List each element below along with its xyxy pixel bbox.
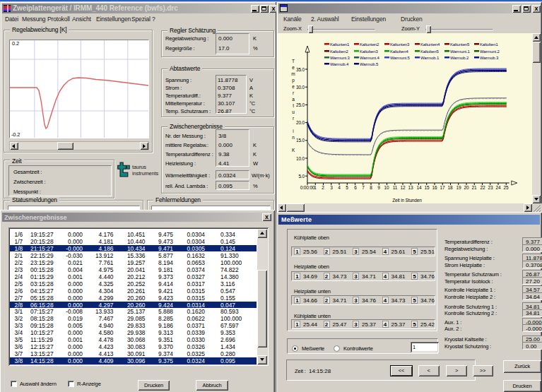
svg-text:30.0: 30.0 [296,85,305,90]
svg-text:Kaltoben1: Kaltoben1 [480,42,498,47]
svg-text:1: 1 [314,185,317,190]
svg-text:m: m [291,71,295,76]
svg-text:21: 21 [472,185,477,190]
svg-text:Warmunt.3: Warmunt.3 [330,56,350,60]
svg-text:p: p [292,78,295,83]
svg-text:r: r [293,90,295,95]
svg-text:24: 24 [496,185,501,190]
svg-text:Kaltoben3: Kaltoben3 [360,49,378,54]
svg-text:9: 9 [377,185,380,190]
svg-text:n: n [292,135,295,140]
svg-text:11: 11 [393,185,398,190]
svg-text:15.0: 15.0 [296,138,305,143]
svg-text:14: 14 [417,185,422,190]
svg-text:0:00:00: 0:00:00 [300,185,315,190]
svg-text:25.0: 25.0 [296,102,305,107]
svg-text:Warmunt.1: Warmunt.1 [450,49,471,54]
svg-text:5: 5 [346,185,348,190]
svg-text:a: a [292,97,295,102]
svg-text:Warmunt.2: Warmunt.2 [480,49,500,54]
svg-text:25: 25 [504,185,509,190]
svg-text:2: 2 [322,185,324,190]
svg-text:i: i [293,129,293,133]
svg-text:Warmob.1: Warmob.1 [420,56,440,60]
svg-text:12: 12 [401,185,406,190]
svg-text:K: K [292,148,295,153]
svg-text:15: 15 [425,185,430,190]
svg-text:10: 10 [384,185,389,190]
svg-text:20: 20 [464,185,469,190]
svg-text:Kaltunten3: Kaltunten3 [390,42,410,47]
svg-text:18: 18 [448,185,453,190]
svg-text:20.0: 20.0 [296,120,305,125]
svg-text:17: 17 [440,185,445,190]
svg-text:t: t [293,103,294,108]
svg-text:r: r [293,116,295,121]
svg-text:Warmunt.5: Warmunt.5 [390,56,411,60]
svg-text:Kaltunten4: Kaltunten4 [420,42,440,47]
svg-text:Kaltoben4: Kaltoben4 [390,49,408,54]
svg-text:5.0: 5.0 [298,174,305,179]
svg-text:e: e [292,84,295,89]
svg-text:35.0: 35.0 [296,67,305,72]
svg-text:e: e [292,65,295,70]
svg-text:Warmob.4: Warmob.4 [330,62,349,66]
svg-text:Warmob.3: Warmob.3 [480,56,499,60]
svg-text:u: u [292,109,295,114]
svg-text:Warmob.5: Warmob.5 [360,62,379,66]
svg-text:8: 8 [370,185,372,190]
svg-text:23: 23 [488,185,493,190]
svg-text:10.0: 10.0 [296,156,305,161]
svg-text:Warmunt.4: Warmunt.4 [360,56,380,60]
svg-text:Zeit in Stunden: Zeit in Stunden [392,198,422,203]
svg-text:Kaltoben2: Kaltoben2 [330,49,348,54]
svg-text:3: 3 [330,185,333,190]
svg-text:19: 19 [456,185,461,190]
svg-text:6: 6 [354,185,357,190]
svg-text:T: T [292,59,295,64]
svg-text:Kaltunten1: Kaltunten1 [330,42,350,47]
svg-text:13: 13 [408,185,413,190]
svg-text:22: 22 [481,185,485,190]
svg-text:Kaltunten2: Kaltunten2 [360,42,379,47]
svg-text:Kaltoben5: Kaltoben5 [420,49,439,54]
svg-text:7: 7 [362,185,365,190]
svg-text:Kaltunten5: Kaltunten5 [450,42,470,47]
svg-text:4: 4 [338,185,341,190]
svg-text:16: 16 [432,185,437,190]
svg-text:Warmob.2: Warmob.2 [450,56,469,60]
